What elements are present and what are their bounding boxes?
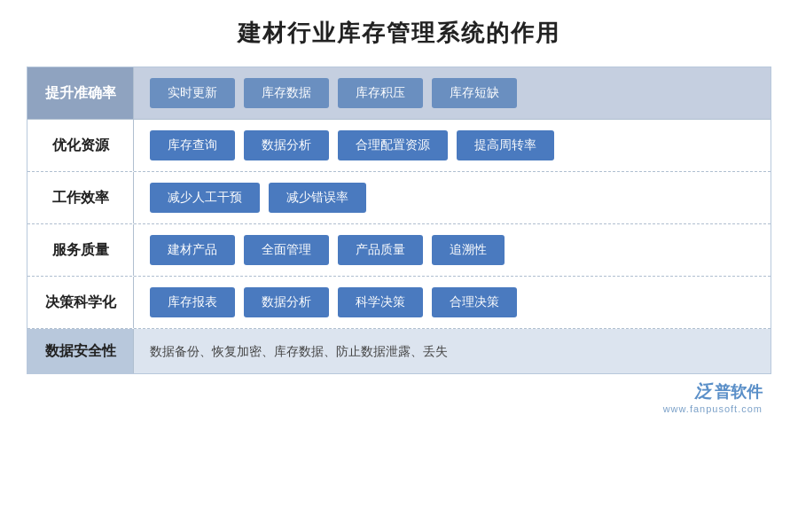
- row-service-btn-0[interactable]: 建材产品: [150, 235, 235, 265]
- logo-wave-icon: 泛: [694, 379, 712, 403]
- row-accuracy-btn-1[interactable]: 库存数据: [244, 78, 329, 108]
- row-resource-btn-3[interactable]: 提高周转率: [457, 130, 554, 160]
- row-resource-content: 库存查询数据分析合理配置资源提高周转率: [134, 120, 771, 171]
- row-security: 数据安全性数据备份、恢复加密、库存数据、防止数据泄露、丢失: [27, 329, 771, 373]
- row-efficiency-btn-0[interactable]: 减少人工干预: [150, 183, 260, 213]
- row-accuracy-btn-2[interactable]: 库存积压: [338, 78, 423, 108]
- row-resource-label: 优化资源: [27, 120, 134, 171]
- row-service-content: 建材产品全面管理产品质量追溯性: [134, 224, 771, 276]
- page-container: 建材行业库存管理系统的作用 提升准确率实时更新库存数据库存积压库存短缺优化资源库…: [0, 0, 798, 426]
- row-accuracy-content: 实时更新库存数据库存积压库存短缺: [134, 67, 771, 119]
- row-decision-btn-0[interactable]: 库存报表: [150, 287, 235, 317]
- row-decision-content: 库存报表数据分析科学决策合理决策: [134, 277, 771, 328]
- row-resource-btn-0[interactable]: 库存查询: [150, 130, 235, 160]
- row-service-label: 服务质量: [27, 224, 134, 276]
- row-resource-btn-2[interactable]: 合理配置资源: [338, 130, 448, 160]
- row-efficiency-content: 减少人工干预减少错误率: [134, 172, 771, 223]
- row-service-btn-1[interactable]: 全面管理: [244, 235, 329, 265]
- row-accuracy-btn-3[interactable]: 库存短缺: [432, 78, 517, 108]
- footer-logo: 泛 普软件 www.fanpusoft.com: [27, 374, 771, 418]
- main-table: 提升准确率实时更新库存数据库存积压库存短缺优化资源库存查询数据分析合理配置资源提…: [27, 66, 771, 374]
- row-decision-label: 决策科学化: [27, 277, 134, 328]
- logo-area: 泛 普软件 www.fanpusoft.com: [663, 379, 763, 414]
- row-efficiency-label: 工作效率: [27, 172, 134, 223]
- row-efficiency-btn-1[interactable]: 减少错误率: [269, 183, 366, 213]
- row-efficiency: 工作效率减少人工干预减少错误率: [27, 172, 771, 224]
- row-decision-btn-2[interactable]: 科学决策: [338, 287, 423, 317]
- logo-sub: www.fanpusoft.com: [663, 403, 763, 414]
- row-security-text: 数据备份、恢复加密、库存数据、防止数据泄露、丢失: [150, 340, 448, 363]
- row-accuracy-label: 提升准确率: [27, 67, 134, 119]
- row-decision: 决策科学化库存报表数据分析科学决策合理决策: [27, 277, 771, 329]
- row-security-content: 数据备份、恢复加密、库存数据、防止数据泄露、丢失: [134, 329, 771, 373]
- logo-main: 泛 普软件: [694, 379, 763, 403]
- row-accuracy-btn-0[interactable]: 实时更新: [150, 78, 235, 108]
- page-title: 建材行业库存管理系统的作用: [27, 18, 771, 49]
- row-service-btn-3[interactable]: 追溯性: [432, 235, 505, 265]
- row-security-label: 数据安全性: [27, 329, 134, 373]
- row-resource: 优化资源库存查询数据分析合理配置资源提高周转率: [27, 120, 771, 172]
- row-accuracy: 提升准确率实时更新库存数据库存积压库存短缺: [27, 67, 771, 120]
- row-decision-btn-3[interactable]: 合理决策: [432, 287, 517, 317]
- row-decision-btn-1[interactable]: 数据分析: [244, 287, 329, 317]
- row-service-btn-2[interactable]: 产品质量: [338, 235, 423, 265]
- row-service: 服务质量建材产品全面管理产品质量追溯性: [27, 224, 771, 277]
- row-resource-btn-1[interactable]: 数据分析: [244, 130, 329, 160]
- logo-text: 普软件: [715, 381, 763, 403]
